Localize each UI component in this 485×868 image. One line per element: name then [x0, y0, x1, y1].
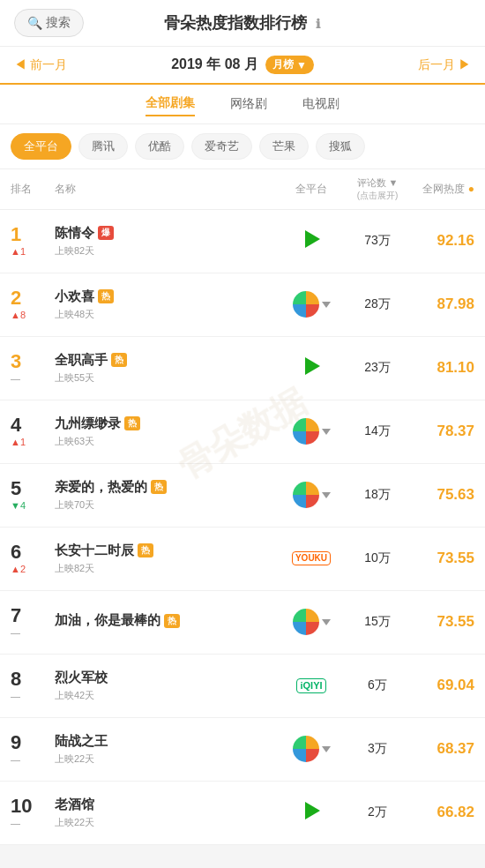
rank-number: 3	[11, 352, 21, 371]
heat-score: 75.63	[413, 486, 474, 504]
tab-tv-dramas[interactable]: 电视剧	[302, 93, 340, 116]
drama-name: 长安十二时辰热	[55, 542, 280, 559]
hot-badge: 爆	[98, 226, 114, 240]
dropdown-indicator-icon	[322, 492, 331, 498]
rank-cell: 8—	[11, 670, 55, 701]
header: 🔍 搜索 骨朵热度指数排行榜 ℹ	[0, 0, 485, 47]
rank-change: ▲1	[11, 437, 26, 447]
drama-name: 全职高手热	[55, 352, 280, 369]
drama-days: 上映42天	[55, 689, 280, 702]
tab-all-dramas[interactable]: 全部剧集	[146, 92, 195, 116]
rank-number: 5	[11, 479, 21, 498]
heat-score: 69.04	[413, 677, 474, 694]
next-month-button[interactable]: 后一月 ▶	[418, 57, 471, 73]
table-row[interactable]: 3—全职高手热上映55天 23万81.10	[0, 337, 485, 400]
hot-badge: 热	[138, 543, 153, 557]
comments-count: 14万	[342, 423, 413, 439]
table-row[interactable]: 10—老酒馆上映22天 2万66.82	[0, 782, 485, 845]
rank-change: —	[11, 754, 20, 765]
platform-tabs: 全平台 腾讯 优酷 爱奇艺 芒果 搜狐	[0, 124, 485, 169]
name-cell: 陈情令爆上映82天	[55, 225, 280, 258]
rank-change: ▼4	[11, 500, 26, 511]
content-type-tabs: 全部剧集 网络剧 电视剧	[0, 85, 485, 124]
comments-count: 10万	[342, 550, 413, 566]
rank-cell: 2▲8	[11, 288, 55, 320]
comments-count: 3万	[342, 741, 413, 757]
drama-name: 九州缥缈录热	[55, 415, 280, 432]
svg-marker-1	[305, 357, 320, 375]
table-row[interactable]: 2▲8小欢喜热上映48天28万87.98	[0, 273, 485, 337]
rank-cell: 9—	[11, 733, 55, 765]
table-row[interactable]: 6▲2长安十二时辰热上映82天YOUKU10万73.55	[0, 528, 485, 591]
rankings-list: 1▲1陈情令爆上映82天 73万92.162▲8小欢喜热上映48天28万87.9…	[0, 210, 485, 845]
name-cell: 陆战之王上映22天	[55, 733, 280, 766]
table-row[interactable]: 4▲1九州缥缈录热上映63天14万78.37	[0, 400, 485, 464]
platform-mango[interactable]: 芒果	[259, 133, 309, 160]
comments-count: 23万	[342, 360, 413, 376]
drama-days: 上映48天	[55, 308, 280, 321]
name-cell: 长安十二时辰热上映82天	[55, 542, 280, 575]
chart-type-dropdown[interactable]: 月榜 ▼	[265, 56, 314, 74]
heat-icon: ●	[468, 183, 474, 195]
rank-number: 9	[11, 733, 21, 752]
hot-badge: 热	[111, 353, 127, 367]
year-unit: 年	[206, 56, 220, 71]
heat-score: 73.55	[413, 550, 474, 567]
rank-cell: 1▲1	[11, 225, 55, 257]
header-name: 名称	[55, 182, 280, 197]
drama-name: 老酒馆	[55, 797, 280, 813]
platform-iqiyi[interactable]: 爱奇艺	[191, 133, 252, 160]
name-cell: 亲爱的，热爱的热上映70天	[55, 479, 280, 512]
month-navigation: ◀ 前一月 2019 年 08 月 月榜 ▼ 后一月 ▶	[0, 47, 485, 85]
rank-cell: 3—	[11, 352, 55, 384]
hot-badge: 热	[151, 480, 167, 494]
drama-name: 陈情令爆	[55, 225, 280, 242]
title-text: 骨朵热度指数排行榜	[164, 14, 307, 32]
info-icon[interactable]: ℹ	[316, 17, 320, 31]
platform-all[interactable]: 全平台	[11, 133, 71, 160]
drama-name: 陆战之王	[55, 733, 280, 750]
sort-down-icon: ▼	[389, 177, 399, 188]
tab-web-dramas[interactable]: 网络剧	[230, 93, 267, 116]
drama-name: 小欢喜热	[55, 288, 280, 305]
dropdown-indicator-icon	[322, 302, 331, 308]
rank-change: —	[11, 691, 20, 701]
search-button[interactable]: 🔍 搜索	[14, 9, 84, 37]
platform-youku[interactable]: 优酷	[135, 133, 184, 160]
rank-cell: 5▼4	[11, 479, 55, 511]
drama-days: 上映55天	[55, 371, 280, 385]
rank-change: ▲8	[11, 310, 26, 320]
rank-change: ▲2	[11, 564, 26, 574]
platform-sohu[interactable]: 搜狐	[316, 133, 365, 160]
platform-icon-cell	[280, 736, 342, 762]
svg-marker-2	[305, 802, 320, 819]
table-row[interactable]: 8—烈火军校上映42天iQIYI6万69.04	[0, 655, 485, 718]
comments-count: 6万	[342, 677, 413, 693]
rank-number: 7	[11, 606, 21, 625]
table-row[interactable]: 7—加油，你是最棒的热15万73.55	[0, 591, 485, 655]
multi-platform-icon	[293, 418, 319, 445]
drama-days: 上映22天	[55, 816, 280, 829]
platform-tencent[interactable]: 腾讯	[78, 133, 128, 160]
drama-days: 上映22天	[55, 752, 280, 766]
hot-badge: 热	[164, 614, 180, 628]
name-cell: 小欢喜热上映48天	[55, 288, 280, 321]
rank-number: 4	[11, 415, 21, 435]
heat-score: 87.98	[413, 296, 474, 313]
drama-days: 上映82天	[55, 244, 280, 258]
table-row[interactable]: 5▼4亲爱的，热爱的热上映70天18万75.63	[0, 464, 485, 528]
dropdown-indicator-icon	[322, 619, 331, 625]
hot-badge: 热	[124, 416, 140, 430]
name-cell: 加油，你是最棒的热	[55, 612, 280, 632]
dropdown-indicator-icon	[322, 746, 331, 752]
table-row[interactable]: 1▲1陈情令爆上映82天 73万92.16	[0, 210, 485, 273]
rank-number: 6	[11, 542, 21, 562]
prev-month-button[interactable]: ◀ 前一月	[14, 57, 67, 73]
iqiyi-icon: iQIYI	[296, 678, 325, 693]
header-comments[interactable]: 评论数 ▼ (点击展开)	[342, 176, 413, 202]
header-platform: 全平台	[280, 182, 342, 197]
table-row[interactable]: 9—陆战之王上映22天3万68.37	[0, 718, 485, 782]
search-icon: 🔍	[27, 16, 42, 30]
platform-icon-cell	[280, 797, 342, 827]
drama-name: 加油，你是最棒的热	[55, 612, 280, 629]
